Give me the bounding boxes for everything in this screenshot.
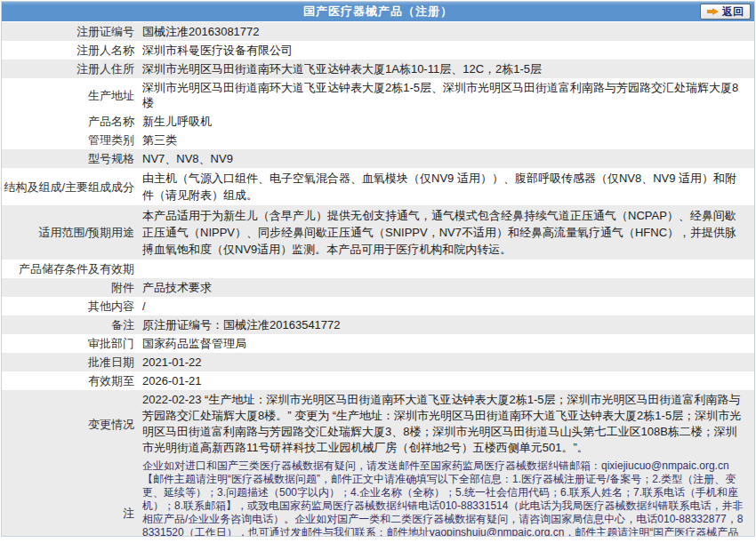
- table-row: 结构及组成/主要组成成分由主机（气源入口组件、电子空氧混合器、血氧模块（仅NV9…: [2, 168, 754, 205]
- table-row: 附件产品技术要求: [2, 278, 754, 297]
- row-label: 注册人住所: [2, 60, 142, 78]
- registration-detail-page: 国产医疗器械产品（注册） 返回 注册证编号国械注准20163081772注册人名…: [1, 1, 755, 537]
- row-label: 产品名称: [2, 112, 142, 131]
- arrow-right-icon: [707, 8, 719, 16]
- table-row: 产品储存条件及有效期: [2, 260, 754, 278]
- row-value: 深圳市光明区马田街道南环大道飞亚达钟表大厦1A栋10-11层、12C，2栋1-5…: [142, 60, 754, 78]
- table-row: 备注原注册证编号：国械注准20163541772: [2, 315, 754, 334]
- table-row: 有效期至2026-01-21: [2, 371, 754, 390]
- row-label: 管理类别: [2, 131, 142, 149]
- table-row: 型号规格NV7、NV8、NV9: [2, 149, 754, 168]
- table-row: 管理类别第三类: [2, 131, 754, 149]
- row-label: 注: [2, 504, 142, 523]
- row-label: 注册人名称: [2, 41, 142, 60]
- row-value: 国家药品监督管理局: [142, 334, 754, 353]
- row-value: 深圳市科曼医疗设备有限公司: [142, 41, 754, 60]
- row-value: 由主机（气源入口组件、电子空氧混合器、血氧模块（仅NV9 适用））、腹部呼吸传感…: [142, 168, 754, 205]
- table-row: 注册人名称深圳市科曼医疗设备有限公司: [2, 41, 754, 60]
- row-value: 本产品适用于为新生儿（含早产儿）提供无创支持通气，通气模式包含经鼻持续气道正压通…: [142, 205, 754, 260]
- table-row: 审批部门国家药品监督管理局: [2, 334, 754, 353]
- row-label: 生产地址: [2, 86, 142, 105]
- back-button[interactable]: 返回: [700, 4, 751, 20]
- row-label: 产品储存条件及有效期: [2, 260, 142, 278]
- page-title: 国产医疗器械产品（注册）: [303, 4, 453, 20]
- row-value: 2026-01-21: [142, 371, 754, 390]
- row-value: 2021-01-22: [142, 353, 754, 371]
- table-row: 批准日期2021-01-22: [2, 353, 754, 371]
- row-value: NV7、NV8、NV9: [142, 149, 754, 168]
- row-label: 有效期至: [2, 371, 142, 390]
- table-row: 生产地址深圳市光明区马田街道南环大道飞亚达钟表大厦2栋1-5层、深圳市光明区马田…: [2, 78, 754, 112]
- table-row: 产品名称新生儿呼吸机: [2, 112, 754, 131]
- table-row: 注企业如对进口和国产三类医疗器械数据有疑问，请发送邮件至国家药监局医疗器械数据纠…: [2, 458, 754, 537]
- row-value: 企业如对进口和国产三类医疗器械数据有疑问，请发送邮件至国家药监局医疗器械数据纠错…: [142, 458, 754, 537]
- table-row: 注册人住所深圳市光明区马田街道南环大道飞亚达钟表大厦1A栋10-11层、12C，…: [2, 60, 754, 78]
- registration-table: 注册证编号国械注准20163081772注册人名称深圳市科曼医疗设备有限公司注册…: [2, 22, 754, 537]
- row-value: 2022-02-23 “生产地址：深圳市光明区马田街道南环大道飞亚达钟表大厦2栋…: [142, 390, 754, 458]
- page-header: 国产医疗器械产品（注册） 返回: [2, 2, 754, 21]
- row-value: 深圳市光明区马田街道南环大道飞亚达钟表大厦2栋1-5层、深圳市光明区马田街道富利…: [142, 78, 754, 112]
- row-value: 国械注准20163081772: [142, 22, 754, 41]
- table-row: 适用范围/预期用途本产品适用于为新生儿（含早产儿）提供无创支持通气，通气模式包含…: [2, 205, 754, 260]
- row-label: 附件: [2, 278, 142, 297]
- row-label: 适用范围/预期用途: [2, 222, 142, 243]
- row-value: 新生儿呼吸机: [142, 112, 754, 131]
- row-value: 产品技术要求: [142, 278, 754, 297]
- row-label: 变更情况: [2, 415, 142, 434]
- row-value: 原注册证编号：国械注准20163541772: [142, 315, 754, 334]
- row-label: 审批部门: [2, 334, 142, 353]
- row-label: 注册证编号: [2, 22, 142, 41]
- row-label: 批准日期: [2, 353, 142, 371]
- row-value: 第三类: [142, 131, 754, 149]
- row-label: 其他内容: [2, 297, 142, 315]
- row-value: [142, 260, 754, 278]
- row-value: /: [142, 297, 754, 315]
- row-label: 结构及组成/主要组成成分: [2, 177, 142, 197]
- table-row: 注册证编号国械注准20163081772: [2, 22, 754, 41]
- row-label: 备注: [2, 315, 142, 334]
- table-row: 其他内容/: [2, 297, 754, 315]
- table-row: 变更情况2022-02-23 “生产地址：深圳市光明区马田街道南环大道飞亚达钟表…: [2, 390, 754, 458]
- back-button-label: 返回: [722, 4, 744, 20]
- row-label: 型号规格: [2, 149, 142, 168]
